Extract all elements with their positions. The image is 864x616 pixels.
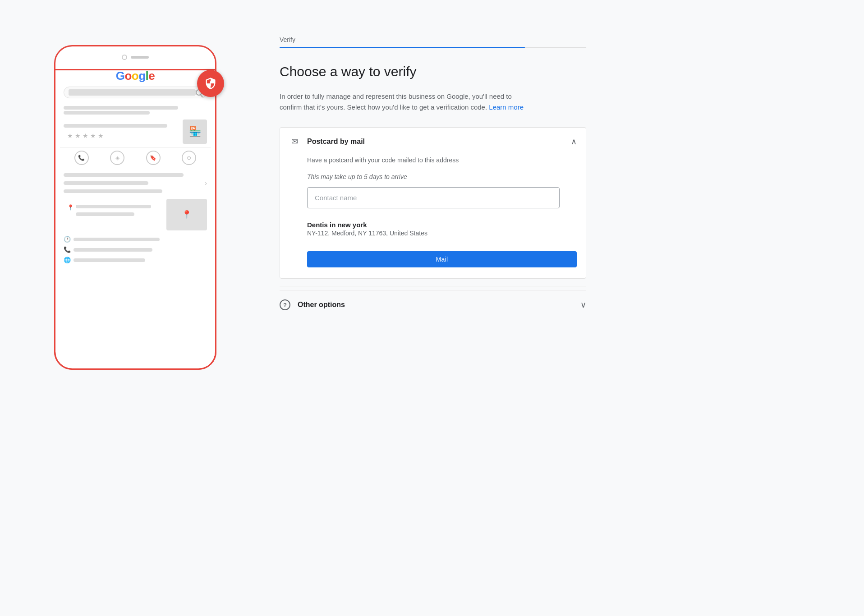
phone-status-bar [60,53,211,62]
phone-content: Google ★ [60,64,211,362]
description-body: In order to fully manage and represent t… [280,92,512,111]
stars-row: ★ ★ ★ ★ ★ [64,130,179,141]
icon-row: 📞 ◈ 🔖 ⊙ [60,147,211,168]
postcard-accordion: ✉ Postcard by mail ∧ Have a postcard wit… [280,127,586,279]
clock-icon: 🕐 [64,236,71,243]
info-row-web: 🌐 [60,255,211,265]
save-icon: 🔖 [146,151,161,165]
progress-label: Verify [280,36,586,43]
other-options-title: Other options [298,301,586,309]
business-address: NY-112, Medford, NY 11763, United States [307,230,577,237]
store-icon: 🏪 [189,126,201,138]
page-title: Choose a way to verify [280,63,586,80]
map-section: 📍 📍 [60,197,211,232]
mail-envelope-icon: ✉ [289,137,300,147]
other-options-header[interactable]: ? Other options ∨ [280,290,586,319]
postcard-accordion-header[interactable]: ✉ Postcard by mail ∧ [280,128,586,156]
page-wrapper: Google ★ [0,0,864,616]
info-row-phone: 📞 [60,244,211,255]
phone-camera [122,55,127,60]
postcard-desc-line1: Have a postcard with your code mailed to… [307,156,577,165]
description-text: In order to fully manage and represent t… [280,91,532,113]
search-bar-text [69,89,196,96]
business-name: Dentis in new york [307,221,577,229]
business-card: ★ ★ ★ ★ ★ 🏪 [60,118,211,146]
skeleton-lines-top [60,103,211,118]
right-panel: Verify Choose a way to verify In order t… [280,36,586,319]
postcard-desc-line2: This may take up to 5 days to arrive [307,172,577,182]
info-row-clock: 🕐 [60,234,211,244]
chevron-up-icon: ∧ [571,137,577,147]
directions-icon: ◈ [110,151,124,165]
mail-button[interactable]: Mail [307,251,577,267]
more-icon: ⊙ [182,151,196,165]
learn-more-link[interactable]: Learn more [489,103,524,111]
other-options-section: ? Other options ∨ [280,290,586,319]
progress-section: Verify [280,36,586,48]
map-placeholder: 📍 [166,199,207,230]
divider [280,286,586,286]
postcard-title: Postcard by mail [307,138,577,146]
business-info: Dentis in new york NY-112, Medford, NY 1… [307,221,577,237]
phone-speaker [131,56,149,59]
chevron-down-icon: ∨ [580,300,586,310]
shield-icon [204,77,217,90]
phone-section: Google ★ [27,36,244,370]
pin-icon: 📍 [67,204,74,211]
telephone-icon: 📞 [64,246,71,253]
map-text-lines: 📍 [64,199,163,230]
question-circle-icon: ? [280,299,290,310]
map-icon: 📍 [182,210,192,220]
phone-icon: 📞 [74,151,89,165]
business-card-lines: ★ ★ ★ ★ ★ [64,123,179,141]
globe-icon: 🌐 [64,257,71,263]
google-logo-row: Google [60,64,211,87]
chevron-right-icon: › [205,179,207,187]
postcard-accordion-body: Have a postcard with your code mailed to… [280,156,586,278]
phone-frame: Google ★ [54,45,216,370]
chevron-lines-1 [64,172,205,194]
shield-badge [197,70,224,97]
chevron-row-1: › [60,171,211,195]
contact-name-input[interactable] [307,187,560,208]
progress-bar-track [280,47,586,48]
google-logo: Google [116,69,155,83]
phone-search-bar [64,87,207,98]
progress-bar-fill [280,47,525,48]
map-pin-row: 📍 [64,202,163,218]
business-icon-box: 🏪 [183,120,207,144]
